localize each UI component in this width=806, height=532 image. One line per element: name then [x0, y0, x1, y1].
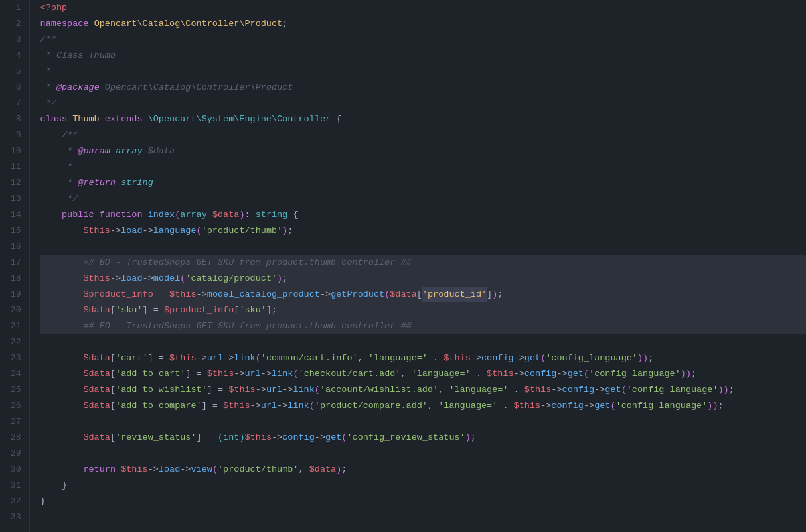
colon-14: :	[245, 207, 256, 223]
arrow-24a: ->	[234, 366, 244, 382]
comma-25: ,	[438, 382, 449, 398]
string-review: 'config_review_status'	[347, 430, 465, 446]
line-num-8: 8	[11, 111, 21, 127]
indent-25	[40, 382, 84, 398]
arrow-26b: ->	[277, 398, 287, 414]
comma-23: ,	[358, 350, 368, 366]
paren-open-14: (	[175, 207, 180, 223]
code-line-26: $data['add_to_compare'] = $this->url->li…	[40, 398, 806, 414]
line-num-29: 29	[11, 446, 21, 462]
namespace-path: Opencart\Catalog\Controller\Product	[94, 16, 283, 32]
string-18: 'catalog/product'	[185, 271, 277, 287]
concat-25: .	[509, 382, 524, 398]
method-get-23: get	[524, 350, 540, 366]
paren-close-30: )	[336, 462, 341, 478]
paren-close-28: )	[465, 430, 471, 446]
at-package: @package	[56, 80, 100, 96]
bracket-close-25: ] =	[207, 382, 228, 398]
method-model-18: model	[153, 271, 181, 287]
empty-27	[40, 414, 46, 430]
paren-close-15: )	[282, 223, 287, 239]
line-num-18: 18	[11, 271, 21, 287]
code-lines: <?php namespace Opencart\Catalog\Control…	[30, 0, 806, 532]
var-data-19: $data	[390, 287, 417, 302]
comment-13: */	[40, 191, 78, 207]
string-wishlist: 'account/wishlist.add'	[320, 382, 438, 398]
code-line-10: * @param array $data	[40, 143, 806, 159]
code-line-32: }	[40, 494, 806, 509]
bracket-open-23: [	[110, 350, 116, 366]
code-line-17: ## BO - TrustedShops GET SKU from produc…	[40, 255, 806, 271]
concat-24: .	[471, 366, 487, 382]
method-config-23: config	[481, 350, 514, 366]
key-add-cart: 'add_to_cart'	[116, 366, 185, 382]
indent-17	[40, 255, 84, 271]
line-num-19: 19	[11, 287, 21, 302]
string-config-lang-25: 'config_language'	[627, 382, 718, 398]
at-param: @param	[78, 143, 110, 159]
code-line-16	[40, 239, 806, 255]
method-link-26: link	[287, 398, 309, 414]
bracket-open-28: [	[110, 430, 116, 446]
line-num-33: 33	[11, 509, 21, 525]
semi-23: ;	[648, 350, 653, 366]
comment-10b	[110, 143, 116, 159]
arrow-26c: ->	[540, 398, 551, 414]
code-line-23: $data['cart'] = $this->url->link('common…	[40, 350, 806, 366]
parent-class: \Opencart\System\Engine\Controller	[148, 111, 331, 127]
code-line-25: $data['add_to_wishlist'] = $this->url->l…	[40, 382, 806, 398]
comment-5: *	[40, 64, 51, 80]
method-get-28: get	[325, 430, 341, 446]
php-open-tag: <?php	[40, 0, 68, 16]
code-editor: 1 2 3 4 5 6 7 8 9 10 11 12 13 14 15 16 1…	[0, 0, 806, 532]
string-config-lang-23: 'config_language'	[546, 350, 637, 366]
code-line-13: */	[40, 191, 806, 207]
empty-16	[40, 239, 46, 255]
paren-open-28: (	[341, 430, 347, 446]
indent-20	[40, 302, 84, 318]
empty-29	[40, 446, 46, 462]
code-line-5: *	[40, 64, 806, 80]
at-return: @return	[78, 175, 116, 191]
function-keyword: function	[100, 207, 148, 223]
key-compare: 'add_to_compare'	[116, 398, 202, 414]
code-line-31: }	[40, 478, 806, 494]
concat-26: .	[497, 398, 513, 414]
return-keyword-30: return	[83, 462, 121, 478]
arrow-19: ->	[197, 287, 207, 302]
code-line-9: /**	[40, 127, 806, 143]
method-link-25: link	[293, 382, 314, 398]
string-view-30: 'product/thumb'	[218, 462, 299, 478]
code-line-6: * @package Opencart\Catalog\Controller\P…	[40, 80, 806, 96]
paren-open-18: (	[180, 271, 185, 287]
bracket-close-23: ] =	[148, 350, 169, 366]
this-26b: $this	[514, 398, 541, 414]
var-data-25: $data	[83, 382, 110, 398]
string-15: 'product/thumb'	[202, 223, 283, 239]
code-line-22	[40, 334, 806, 350]
this-23: $this	[169, 350, 197, 366]
arrow-18a: ->	[110, 271, 121, 287]
semi-19: ;	[497, 287, 503, 302]
indent-18	[40, 271, 84, 287]
line-num-26: 26	[11, 398, 21, 414]
line-num-31: 31	[11, 478, 21, 494]
comment-4: * Class Thumb	[40, 48, 116, 64]
return-type-string: string	[121, 175, 153, 191]
public-keyword: public	[62, 207, 100, 223]
line-num-27: 27	[11, 414, 21, 430]
comment-6a: *	[40, 80, 56, 96]
code-line-12: * @return string	[40, 175, 806, 191]
paren-open-15: (	[197, 223, 202, 239]
line-num-13: 13	[11, 191, 21, 207]
comment-12a: *	[40, 175, 78, 191]
class-name: Thumb	[72, 111, 105, 127]
indent-23	[40, 350, 84, 366]
this-26: $this	[223, 398, 250, 414]
arrow-18b: ->	[143, 271, 153, 287]
code-line-4: * Class Thumb	[40, 48, 806, 64]
key-sku-2: 'sku'	[239, 302, 266, 318]
code-line-18: $this->load->model('catalog/product');	[40, 271, 806, 287]
indent-24	[40, 366, 84, 382]
paren-open-26: (	[309, 398, 315, 414]
